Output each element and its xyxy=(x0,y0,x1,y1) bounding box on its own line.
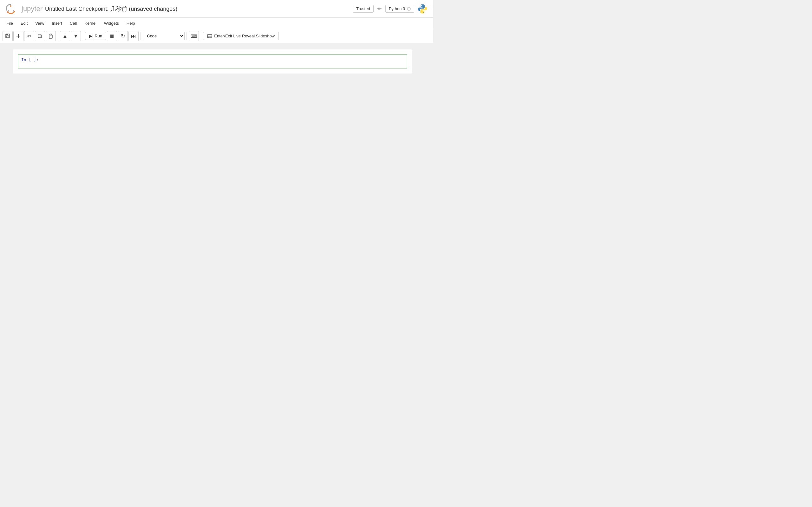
cell-type-select[interactable]: Code Markdown Raw NBConvert Heading xyxy=(143,32,185,40)
kernel-status-circle xyxy=(407,7,411,11)
restart-run-button[interactable]: ⏭ xyxy=(129,31,139,41)
stop-button[interactable] xyxy=(107,31,117,41)
menu-view[interactable]: View xyxy=(32,20,48,27)
keyboard-shortcuts-button[interactable]: ⌨ xyxy=(189,31,199,41)
separator-4 xyxy=(187,32,187,40)
menu-insert[interactable]: Insert xyxy=(48,20,66,27)
cut-button[interactable]: ✂ xyxy=(24,31,34,41)
trusted-button[interactable]: Trusted xyxy=(353,5,374,13)
save-icon xyxy=(5,34,10,39)
kernel-indicator: Python 3 xyxy=(386,5,414,13)
move-up-button[interactable]: ▲ xyxy=(60,31,70,41)
notebook-title: Untitled Last Checkpoint: 几秒前 (unsaved c… xyxy=(45,5,353,13)
jupyter-text: jupyter xyxy=(21,5,43,13)
notebook-area: In [ ]: xyxy=(0,43,433,285)
svg-rect-13 xyxy=(38,34,41,38)
cell-prompt: In [ ]: xyxy=(18,55,44,65)
python-logo-icon xyxy=(417,3,428,14)
move-down-button[interactable]: ▼ xyxy=(71,31,81,41)
edit-notebook-button[interactable]: ✏ xyxy=(376,4,383,13)
paste-icon xyxy=(48,34,53,39)
toolbar: ✂ ▲ ▼ ▶| Run ↻ ⏭ Code Markdown Raw NBCon… xyxy=(0,29,433,43)
svg-point-2 xyxy=(10,5,11,6)
svg-point-5 xyxy=(421,5,422,6)
jupyter-logo xyxy=(5,3,16,14)
add-cell-button[interactable] xyxy=(13,31,23,41)
menu-cell[interactable]: Cell xyxy=(66,20,81,27)
svg-rect-16 xyxy=(110,35,113,38)
separator-5 xyxy=(201,32,201,40)
paste-button[interactable] xyxy=(46,31,56,41)
header: jupyter Untitled Last Checkpoint: 几秒前 (u… xyxy=(0,0,433,18)
menu-widgets[interactable]: Widgets xyxy=(100,20,123,27)
add-icon xyxy=(16,34,21,39)
header-right: Trusted ✏ Python 3 xyxy=(353,3,428,14)
run-icon: ▶| xyxy=(89,34,93,38)
code-cell: In [ ]: xyxy=(18,55,407,68)
menu-edit[interactable]: Edit xyxy=(17,20,32,27)
cell-container: In [ ]: xyxy=(13,49,412,73)
kernel-label: Python 3 xyxy=(389,6,405,11)
run-button[interactable]: ▶| Run xyxy=(85,32,106,40)
svg-rect-8 xyxy=(6,34,8,35)
svg-point-6 xyxy=(423,12,424,13)
separator-1 xyxy=(58,32,58,40)
menubar: File Edit View Insert Cell Kernel Widget… xyxy=(0,18,433,29)
slideshow-button[interactable]: Enter/Exit Live Reveal Slideshow xyxy=(203,32,279,40)
svg-rect-17 xyxy=(207,35,212,38)
menu-file[interactable]: File xyxy=(3,20,17,27)
menu-help[interactable]: Help xyxy=(123,20,139,27)
cell-input[interactable] xyxy=(44,55,407,65)
separator-3 xyxy=(141,32,141,40)
jupyter-logo-icon xyxy=(5,3,16,14)
run-label: Run xyxy=(95,34,102,38)
save-button[interactable] xyxy=(3,31,13,41)
svg-point-3 xyxy=(8,10,9,11)
svg-rect-15 xyxy=(50,34,52,35)
stop-icon xyxy=(110,34,114,38)
svg-rect-9 xyxy=(6,36,9,38)
slideshow-icon xyxy=(207,34,212,39)
svg-point-4 xyxy=(13,10,14,11)
separator-2 xyxy=(83,32,83,40)
menu-kernel[interactable]: Kernel xyxy=(81,20,100,27)
copy-button[interactable] xyxy=(35,31,45,41)
copy-icon xyxy=(38,34,43,39)
restart-button[interactable]: ↻ xyxy=(118,31,128,41)
slideshow-label: Enter/Exit Live Reveal Slideshow xyxy=(214,34,275,38)
